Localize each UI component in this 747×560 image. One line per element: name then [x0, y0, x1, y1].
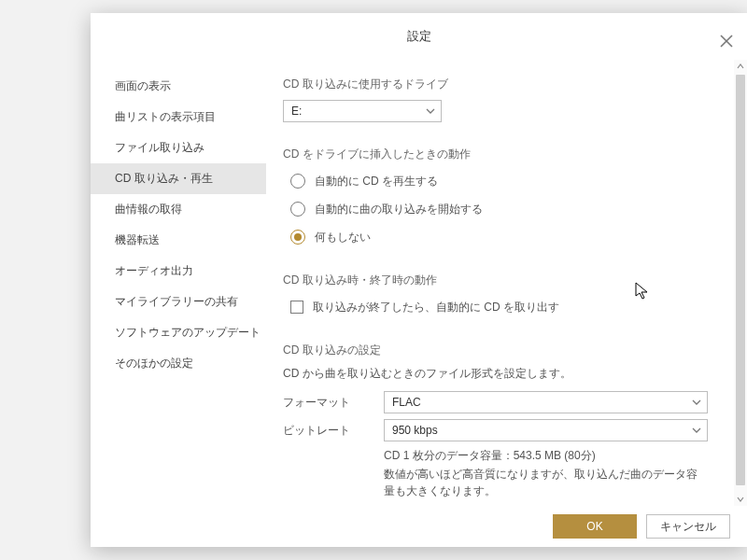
- settings-content: CD 取り込みに使用するドライブ E: CD をドライブに挿入したときの動作 自…: [266, 60, 734, 506]
- format-label: フォーマット: [283, 395, 384, 411]
- drive-select-value: E:: [291, 105, 302, 118]
- bitrate-label: ビットレート: [283, 423, 384, 439]
- sidebar-item-software-update[interactable]: ソフトウェアのアップデート: [91, 317, 266, 348]
- capacity-hint: CD 1 枚分のデータ容量：543.5 MB (80分): [384, 447, 708, 464]
- on-insert-option-import[interactable]: 自動的に曲の取り込みを開始する: [290, 198, 708, 220]
- sidebar-item-label: オーディオ出力: [115, 264, 193, 277]
- sidebar-item-label: そのほかの設定: [115, 357, 193, 370]
- checkbox-label: 取り込みが終了したら、自動的に CD を取り出す: [313, 300, 559, 315]
- sidebar-item-file-import[interactable]: ファイル取り込み: [91, 133, 266, 163]
- chevron-down-icon: [426, 106, 435, 116]
- radio-label: 自動的に CD を再生する: [315, 174, 438, 189]
- scroll-down-button[interactable]: [734, 493, 747, 506]
- sidebar-item-columns[interactable]: 曲リストの表示項目: [91, 102, 266, 133]
- sidebar-item-other[interactable]: そのほかの設定: [91, 348, 266, 379]
- sidebar-item-label: マイライブラリーの共有: [115, 295, 238, 308]
- chevron-down-icon: [692, 426, 701, 435]
- bitrate-row: ビットレート 950 kbps: [283, 419, 708, 441]
- drive-select[interactable]: E:: [283, 100, 442, 122]
- sidebar-item-label: ソフトウェアのアップデート: [115, 326, 261, 339]
- section-title-import: CD 取り込みの設定: [283, 343, 708, 358]
- content-scrollbar[interactable]: [734, 60, 747, 506]
- ok-button[interactable]: OK: [553, 514, 637, 539]
- settings-sidebar: 画面の表示 曲リストの表示項目 ファイル取り込み CD 取り込み・再生 曲情報の…: [91, 60, 266, 506]
- section-title-on-insert: CD をドライブに挿入したときの動作: [283, 147, 708, 162]
- chevron-down-icon: [692, 398, 701, 407]
- scroll-thumb[interactable]: [736, 75, 745, 485]
- format-select-value: FLAC: [392, 396, 421, 409]
- content-wrap: CD 取り込みに使用するドライブ E: CD をドライブに挿入したときの動作 自…: [266, 60, 747, 506]
- format-select[interactable]: FLAC: [384, 391, 708, 413]
- sidebar-item-display[interactable]: 画面の表示: [91, 71, 266, 102]
- bitrate-select-value: 950 kbps: [392, 424, 438, 437]
- format-row: フォーマット FLAC: [283, 391, 708, 413]
- sidebar-item-cd-import[interactable]: CD 取り込み・再生: [91, 163, 266, 194]
- checkbox-icon: [290, 301, 303, 314]
- quality-hint: 数値が高いほど高音質になりますが、取り込んだ曲のデータ容量も大きくなります。: [384, 466, 708, 499]
- import-desc: CD から曲を取り込むときのファイル形式を設定します。: [283, 366, 708, 382]
- button-label: キャンセル: [660, 519, 716, 535]
- sidebar-item-metadata[interactable]: 曲情報の取得: [91, 194, 266, 225]
- close-icon: [720, 35, 733, 48]
- dialog-titlebar: 設定: [91, 13, 747, 60]
- chevron-down-icon: [737, 496, 744, 503]
- sidebar-item-label: 曲情報の取得: [115, 203, 182, 216]
- bitrate-select[interactable]: 950 kbps: [384, 419, 708, 441]
- radio-label: 何もしない: [315, 230, 371, 245]
- close-button[interactable]: [715, 30, 738, 52]
- dialog-footer: OK キャンセル: [91, 506, 747, 547]
- dialog-title: 設定: [407, 28, 431, 45]
- sidebar-item-label: 曲リストの表示項目: [115, 110, 216, 123]
- dialog-body: 画面の表示 曲リストの表示項目 ファイル取り込み CD 取り込み・再生 曲情報の…: [91, 60, 747, 506]
- radio-label: 自動的に曲の取り込みを開始する: [315, 202, 483, 217]
- scroll-up-button[interactable]: [734, 60, 747, 73]
- button-label: OK: [586, 520, 602, 533]
- radio-icon: [290, 230, 305, 245]
- section-title-drive: CD 取り込みに使用するドライブ: [283, 77, 708, 92]
- sidebar-item-label: CD 取り込み・再生: [115, 172, 213, 185]
- sidebar-item-label: 画面の表示: [115, 79, 171, 92]
- cancel-button[interactable]: キャンセル: [646, 514, 730, 539]
- radio-icon: [290, 202, 305, 217]
- sidebar-item-label: 機器転送: [115, 233, 160, 246]
- on-insert-option-play[interactable]: 自動的に CD を再生する: [290, 170, 708, 192]
- section-title-on-finish: CD 取り込み時・終了時の動作: [283, 273, 708, 288]
- chevron-up-icon: [737, 63, 744, 70]
- sidebar-item-device-transfer[interactable]: 機器転送: [91, 225, 266, 256]
- radio-icon: [290, 174, 305, 189]
- sidebar-item-library-share[interactable]: マイライブラリーの共有: [91, 287, 266, 317]
- on-insert-option-nothing[interactable]: 何もしない: [290, 226, 708, 248]
- sidebar-item-audio-output[interactable]: オーディオ出力: [91, 256, 266, 287]
- sidebar-item-label: ファイル取り込み: [115, 141, 204, 154]
- eject-after-import-checkbox[interactable]: 取り込みが終了したら、自動的に CD を取り出す: [290, 296, 708, 318]
- settings-dialog: 設定 画面の表示 曲リストの表示項目 ファイル取り込み CD 取り込み・再生 曲…: [91, 13, 747, 547]
